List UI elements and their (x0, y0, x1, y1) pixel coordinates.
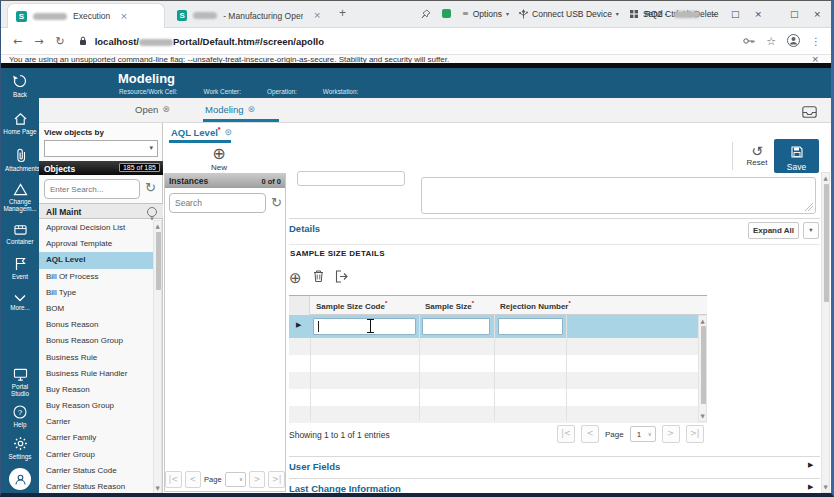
vm-connect-usb-menu[interactable]: Connect USB Device ▾ (519, 9, 619, 20)
user-avatar[interactable] (9, 468, 31, 490)
kebab-menu-icon[interactable]: ⋮ (811, 37, 821, 47)
back-icon[interactable]: ← (13, 36, 22, 47)
expand-section-icon[interactable]: ▶ (808, 462, 813, 469)
list-item[interactable]: Business Rule (39, 350, 154, 366)
list-item[interactable]: Business Rule Handler (39, 366, 154, 382)
tab-close-icon[interactable]: × (313, 11, 321, 20)
url-text[interactable]: localhost/Portal/Default.htm#/screen/apo… (95, 36, 324, 47)
list-item[interactable]: BOM (39, 301, 154, 317)
list-item[interactable]: Approval Decision List (39, 220, 154, 236)
vm-options-menu[interactable]: ≡ Options ▾ (462, 9, 509, 19)
list-item[interactable]: Bill Of Process (39, 269, 154, 285)
page-select[interactable]: 1 ∨ (630, 426, 656, 442)
sidebar-item-attachments[interactable]: Attachments (1, 148, 39, 172)
pager-next-button[interactable]: > (249, 471, 266, 488)
list-item[interactable]: Buy Reason Group (39, 398, 154, 414)
browser-tab-2[interactable]: S - Manufacturing Oper... × (169, 3, 329, 28)
grid-empty-row[interactable] (289, 338, 707, 355)
page-select[interactable]: ∨ (225, 472, 246, 487)
sidebar-item-container[interactable]: Container (1, 223, 39, 245)
record-tab[interactable]: AQL Level* ⊙ (171, 126, 232, 138)
grid-col-header[interactable]: Sample Size Code* (316, 300, 387, 311)
grid-row-selected[interactable]: ▶ (289, 315, 707, 338)
sample-size-input[interactable] (422, 318, 490, 335)
pager-last-button[interactable]: >| (268, 471, 285, 488)
sidebar-item-more[interactable]: More... (1, 294, 39, 311)
grid-empty-row[interactable] (289, 372, 707, 389)
instances-search-input[interactable] (169, 193, 266, 213)
sidebar-item-back[interactable]: Back (1, 73, 39, 98)
bookmark-star-icon[interactable]: ☆ (766, 36, 776, 47)
tab-close-icon[interactable]: ⊗ (162, 105, 170, 114)
lock-icon[interactable] (79, 36, 87, 48)
list-item[interactable]: Approval Template (39, 236, 154, 252)
export-icon[interactable] (335, 269, 350, 287)
sidebar-item-portal-studio[interactable]: Portal Studio (1, 368, 39, 397)
list-item-selected[interactable]: AQL Level (39, 252, 154, 268)
add-row-icon[interactable]: ⊕ (289, 271, 302, 286)
new-button[interactable]: ⊕ New (203, 146, 235, 172)
scrollbar-thumb[interactable] (156, 232, 161, 290)
object-list-scrollbar[interactable]: ▲ ▼ (153, 220, 162, 494)
list-item[interactable]: Buy Reason (39, 382, 154, 398)
last-change-section[interactable]: Last Change Information (289, 483, 401, 494)
refresh-icon[interactable]: ↻ (145, 181, 156, 194)
expand-section-icon[interactable]: ▶ (808, 484, 813, 491)
grid-col-header[interactable]: Rejection Number* (500, 300, 571, 311)
maximize-button[interactable]: □ (786, 10, 803, 19)
sample-size-code-input[interactable] (313, 318, 416, 335)
tab-modeling[interactable]: Modeling ⊗ (205, 104, 255, 115)
resize-grip-icon[interactable] (805, 203, 813, 211)
pager-next-button[interactable]: > (662, 425, 680, 443)
pager-first-button[interactable]: |< (557, 425, 575, 443)
list-item[interactable]: Carrier Family (39, 430, 154, 446)
tab-close-icon[interactable]: × (120, 12, 128, 21)
list-item[interactable]: Carrier Status Code (39, 463, 154, 479)
expand-dropdown-button[interactable]: ▾ (803, 222, 819, 239)
form-textarea[interactable] (421, 177, 816, 214)
view-objects-by-select[interactable]: ▾ (44, 140, 158, 157)
inbox-icon[interactable] (802, 104, 817, 122)
grid-empty-row[interactable] (289, 389, 707, 406)
grid-empty-row[interactable] (289, 406, 707, 423)
reload-icon[interactable]: ↻ (55, 36, 64, 47)
reset-button[interactable]: ↺ Reset (741, 144, 773, 167)
list-item[interactable]: Carrier (39, 414, 154, 430)
delete-row-icon[interactable] (312, 269, 325, 287)
details-scrollbar[interactable]: ▲ ▼ (821, 172, 830, 493)
save-button[interactable]: Save (774, 139, 819, 173)
pin-icon[interactable] (421, 5, 431, 23)
close-button[interactable]: × (750, 10, 766, 19)
list-item[interactable]: Bonus Reason Group (39, 333, 154, 349)
pager-first-button[interactable]: |< (165, 471, 182, 488)
browser-tab-1[interactable]: S Execution × (7, 3, 165, 28)
grid-col-header[interactable]: Sample Size* (425, 300, 474, 311)
password-key-icon[interactable] (743, 36, 755, 47)
list-item[interactable]: Carrier Status Reason (39, 479, 154, 494)
pager-last-button[interactable]: >| (686, 425, 704, 443)
sidebar-item-home[interactable]: Home Page (1, 112, 39, 135)
record-tab-icon[interactable]: ⊙ (225, 128, 233, 137)
restore-button[interactable]: □ (727, 10, 744, 19)
scrollbar-thumb[interactable] (824, 184, 829, 302)
list-item[interactable]: Carrier Group (39, 447, 154, 463)
grid-scrollbar[interactable]: ▲ ▼ (698, 315, 707, 422)
user-fields-section[interactable]: User Fields (289, 461, 340, 472)
collapse-chevron-icon[interactable]: ∨ (147, 207, 157, 217)
sidebar-item-settings[interactable]: Settings (1, 436, 39, 460)
refresh-icon[interactable]: ↻ (271, 196, 282, 209)
pager-prev-button[interactable]: < (185, 471, 202, 488)
list-item[interactable]: Bill Type (39, 285, 154, 301)
objects-filter-row[interactable]: All Maint ∨ (39, 203, 163, 219)
form-field-partial[interactable] (297, 171, 405, 186)
new-tab-button[interactable]: + (339, 6, 346, 20)
list-item[interactable]: Bonus Reason (39, 317, 154, 333)
sidebar-item-help[interactable]: ? Help (1, 405, 39, 428)
rejection-number-input[interactable] (498, 318, 563, 335)
objects-search-input[interactable] (44, 179, 140, 199)
sidebar-item-change-management[interactable]: Change Managem... (1, 183, 39, 212)
minimize-button[interactable]: – (707, 10, 720, 19)
tab-open[interactable]: Open ⊗ (135, 104, 170, 115)
grid-empty-row[interactable] (289, 355, 707, 372)
close-button-2[interactable]: × (809, 10, 825, 19)
